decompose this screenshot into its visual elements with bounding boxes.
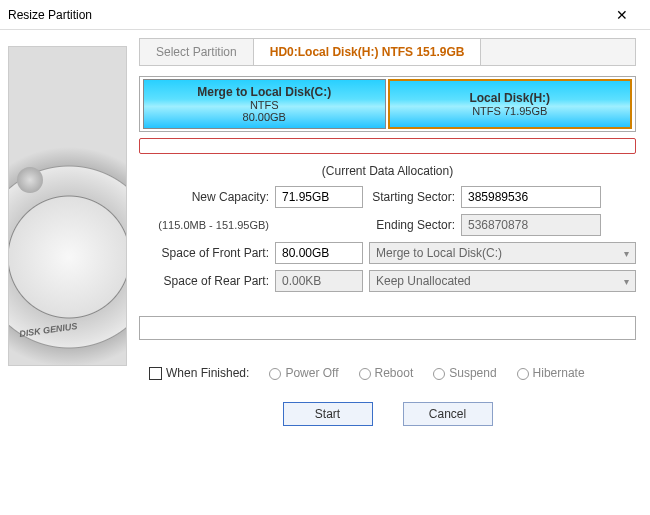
resize-slider[interactable] — [139, 138, 636, 154]
partition-block-merge-c[interactable]: Merge to Local Disk(C:) NTFS 80.00GB — [143, 79, 386, 129]
rear-part-input — [275, 270, 363, 292]
when-finished-row: When Finished: Power Off Reboot Suspend … — [139, 366, 636, 380]
radio-power-off[interactable]: Power Off — [269, 366, 338, 380]
when-finished-checkbox[interactable]: When Finished: — [149, 366, 249, 380]
disk-genius-image — [8, 46, 127, 366]
cancel-button[interactable]: Cancel — [403, 402, 493, 426]
start-sector-input[interactable] — [461, 186, 601, 208]
partition-bar[interactable]: Merge to Local Disk(C:) NTFS 80.00GB Loc… — [139, 76, 636, 132]
radio-hibernate[interactable]: Hibernate — [517, 366, 585, 380]
content: Select Partition HD0:Local Disk(H:) NTFS… — [0, 30, 650, 515]
front-part-label: Space of Front Part: — [139, 246, 269, 260]
rear-part-target-value: Keep Unallocated — [376, 274, 471, 288]
sidebar — [0, 30, 135, 515]
allocation-label: (Current Data Allocation) — [139, 164, 636, 178]
end-sector-label: Ending Sector: — [369, 218, 455, 232]
tab-bar: Select Partition HD0:Local Disk(H:) NTFS… — [139, 38, 636, 66]
end-sector-input — [461, 214, 601, 236]
partition-fs-size: NTFS 71.95GB — [472, 105, 547, 117]
new-capacity-input[interactable] — [275, 186, 363, 208]
chevron-down-icon: ▾ — [624, 276, 629, 287]
start-button[interactable]: Start — [283, 402, 373, 426]
partition-name: Local Disk(H:) — [469, 91, 550, 105]
form: New Capacity: Starting Sector: (115.0MB … — [139, 186, 636, 292]
main-panel: Select Partition HD0:Local Disk(H:) NTFS… — [135, 30, 650, 515]
radio-reboot[interactable]: Reboot — [359, 366, 414, 380]
partition-name: Merge to Local Disk(C:) — [197, 85, 331, 99]
front-part-target-value: Merge to Local Disk(C:) — [376, 246, 502, 260]
partition-block-local-h[interactable]: Local Disk(H:) NTFS 71.95GB — [388, 79, 633, 129]
window-title: Resize Partition — [8, 8, 602, 22]
rear-part-target-select[interactable]: Keep Unallocated ▾ — [369, 270, 636, 292]
partition-size: 80.00GB — [243, 111, 286, 123]
title-bar: Resize Partition ✕ — [0, 0, 650, 30]
chevron-down-icon: ▾ — [624, 248, 629, 259]
capacity-range-hint: (115.0MB - 151.95GB) — [139, 219, 269, 231]
new-capacity-label: New Capacity: — [139, 190, 269, 204]
radio-suspend[interactable]: Suspend — [433, 366, 496, 380]
progress-bar — [139, 316, 636, 340]
rear-part-label: Space of Rear Part: — [139, 274, 269, 288]
start-sector-label: Starting Sector: — [369, 190, 455, 204]
button-row: Start Cancel — [139, 402, 636, 426]
tab-current-partition[interactable]: HD0:Local Disk(H:) NTFS 151.9GB — [254, 39, 482, 65]
front-part-target-select[interactable]: Merge to Local Disk(C:) ▾ — [369, 242, 636, 264]
front-part-input[interactable] — [275, 242, 363, 264]
tab-select-partition[interactable]: Select Partition — [140, 39, 254, 65]
partition-fs: NTFS — [250, 99, 279, 111]
close-icon[interactable]: ✕ — [602, 7, 642, 23]
